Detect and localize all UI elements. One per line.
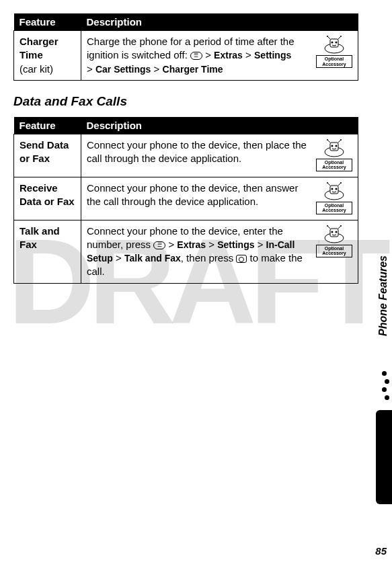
menu-path: Extras	[177, 239, 206, 250]
optional-accessory-badge: Optional Accessory	[316, 138, 352, 173]
svg-point-29	[327, 225, 328, 227]
charger-time-table: Feature Description Charger Time (car ki…	[13, 13, 358, 81]
desc-text: , then press	[181, 252, 237, 264]
description-cell: Optional Accessory Connect your phone to…	[81, 177, 358, 220]
feature-name: Charger Time	[19, 36, 58, 61]
svg-point-26	[331, 231, 334, 233]
menu-key-icon: ☰	[190, 52, 202, 60]
table-row: Send Data or Fax Optional Accessory Conn…	[14, 134, 358, 177]
description-cell: Optional Accessory Charge the phone for …	[81, 31, 358, 81]
accessory-label: Optional Accessory	[316, 159, 352, 171]
col-feature: Feature	[14, 117, 81, 134]
table-row: Receive Data or Fax Optional Accessory C…	[14, 177, 358, 220]
side-dots-icon	[382, 368, 389, 403]
feature-sub: (car kit)	[19, 63, 53, 75]
col-description: Description	[81, 117, 358, 134]
description-cell: Optional Accessory Connect your phone to…	[81, 134, 358, 177]
accessory-label: Optional Accessory	[316, 55, 352, 68]
menu-path: Settings	[217, 239, 254, 250]
menu-path: Extras	[214, 50, 243, 61]
svg-point-2	[331, 42, 334, 44]
accessory-label: Optional Accessory	[316, 202, 352, 214]
col-feature: Feature	[14, 13, 81, 31]
svg-point-3	[336, 42, 338, 44]
menu-key-icon: ☰	[153, 241, 165, 249]
svg-point-27	[336, 231, 338, 233]
send-key-icon	[236, 255, 247, 263]
data-fax-table: Feature Description Send Data or Fax Opt…	[13, 117, 358, 284]
feature-cell: Talk and Fax	[14, 220, 81, 283]
table-row: Talk and Fax Optional Accessory Connect …	[14, 220, 358, 283]
svg-point-31	[340, 225, 342, 227]
menu-path: Charger Time	[163, 64, 223, 75]
svg-point-7	[340, 36, 342, 37]
svg-point-23	[340, 182, 342, 184]
section-heading: Data and Fax Calls	[13, 94, 358, 109]
svg-point-21	[327, 182, 328, 184]
svg-point-11	[336, 145, 338, 147]
menu-path: Car Settings	[95, 64, 151, 75]
feature-cell: Charger Time (car kit)	[14, 31, 81, 81]
accessory-label: Optional Accessory	[316, 245, 352, 257]
feature-cell: Send Data or Fax	[14, 134, 81, 177]
desc-text: Connect your phone to the device, then a…	[87, 182, 298, 207]
menu-path: Talk and Fax	[124, 253, 181, 264]
svg-point-19	[336, 188, 338, 190]
feature-cell: Receive Data or Fax	[14, 177, 81, 220]
svg-point-18	[331, 188, 334, 190]
description-cell: Optional Accessory Connect your phone to…	[81, 220, 358, 283]
menu-path: Settings	[254, 50, 291, 61]
page-content: Feature Description Charger Time (car ki…	[0, 0, 392, 311]
table-row: Charger Time (car kit) Optional Accessor…	[14, 31, 358, 81]
desc-text: Connect your phone to the device, then p…	[87, 139, 307, 164]
optional-accessory-badge: Optional Accessory	[316, 182, 352, 216]
svg-point-5	[327, 36, 328, 37]
svg-point-13	[327, 139, 328, 140]
side-tab-marker	[376, 410, 392, 504]
col-description: Description	[81, 13, 358, 31]
optional-accessory-badge: Optional Accessory	[316, 35, 352, 69]
svg-point-10	[331, 145, 334, 147]
optional-accessory-badge: Optional Accessory	[316, 225, 352, 259]
page-number: 85	[375, 545, 387, 557]
svg-point-15	[340, 139, 342, 140]
